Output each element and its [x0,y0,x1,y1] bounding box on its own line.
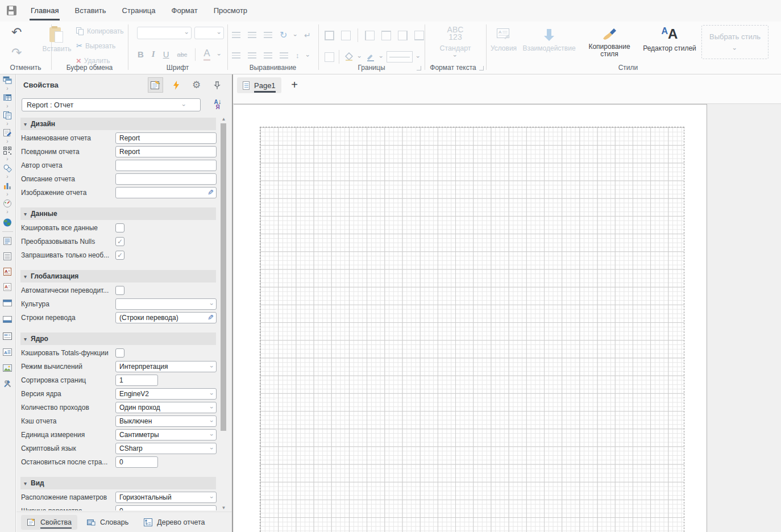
align-center-button[interactable] [248,52,256,59]
border-all-button[interactable] [325,31,334,40]
align-middle-button[interactable] [248,32,256,38]
align-justify-button[interactable] [280,52,288,59]
tab-preview[interactable]: Просмотр [206,0,255,22]
edit-pencil-icon[interactable]: ✎ [207,313,214,322]
word-wrap-icon[interactable]: ↵ [304,31,311,40]
pages-sort-input[interactable] [115,375,158,386]
scrollbar-thumb[interactable] [221,123,226,431]
properties-scrollbar[interactable]: ▲ ▼ [220,117,227,510]
align-right-button[interactable] [264,52,272,59]
align-top-button[interactable] [232,32,240,38]
save-button[interactable] [6,5,18,17]
toolbox-signatures[interactable] [0,127,15,139]
properties-view-button[interactable] [148,77,163,93]
chevron-expand-icon[interactable]: › [0,103,15,110]
chevron-expand-icon[interactable]: › [0,156,15,163]
report-alias-input[interactable] [115,146,217,157]
border-bottom-button[interactable] [414,31,424,40]
section-design[interactable]: ▾ Дизайн [20,118,216,130]
toolbox-components[interactable] [0,110,15,121]
toolbox-image[interactable] [0,362,15,373]
toolbox-page-footer-band[interactable] [0,314,15,325]
parameters-orientation-select[interactable]: Горизонтальный› [115,492,217,503]
chevron-expand-icon[interactable]: › [0,192,15,198]
script-language-select[interactable]: CSharp› [115,443,217,454]
toolbox-maps[interactable] [0,217,15,228]
sort-alphabetical-button[interactable]: А↓ Я [212,99,223,110]
report-unit-select[interactable]: Сантиметры› [115,429,217,440]
border-style-select[interactable] [387,51,413,63]
cache-all-data-checkbox[interactable] [115,223,124,232]
parameter-width-input[interactable] [115,505,217,510]
font-name-select[interactable]: › [137,27,192,39]
chevron-expand-icon[interactable]: › [0,174,15,180]
chevron-expand-icon[interactable]: › [0,139,15,145]
object-selector[interactable]: Report : Отчет › [22,98,201,111]
border-none-button[interactable] [341,31,351,40]
tab-page[interactable]: Страница [114,0,164,22]
toolbox-text[interactable] [0,235,15,247]
chevron-expand-icon[interactable]: › [0,121,15,127]
toolbox-rich-text-a[interactable]: A [0,266,15,277]
text-format-button[interactable]: ABC 123 Стандарт › [434,26,477,59]
convert-nulls-checkbox[interactable] [115,237,124,246]
pin-button[interactable] [209,77,225,93]
section-engine[interactable]: ▾ Ядро [20,332,216,345]
report-image-input[interactable] [115,187,217,198]
footer-tab-properties[interactable]: Свойства [21,515,77,530]
stop-after-page-input[interactable] [115,456,158,468]
tab-format[interactable]: Формат [164,0,206,22]
toolbox-page-header-band[interactable] [0,297,15,309]
border-left-button[interactable] [365,31,375,40]
border-outline-button[interactable] [325,52,334,62]
toolbox-text-annotation[interactable]: A [0,346,15,358]
italic-button[interactable]: I [152,49,155,59]
report-page[interactable] [234,104,707,532]
tab-home[interactable]: Главная [23,0,67,22]
section-globalization[interactable]: ▾ Глобализация [20,270,216,282]
paste-button[interactable]: Вставить [44,26,69,53]
report-name-input[interactable] [115,132,217,144]
toolbox-text-in-cells[interactable] [0,251,15,262]
report-author-input[interactable] [115,160,217,171]
number-of-passes-select[interactable]: Один проход› [115,402,217,413]
align-left-button[interactable] [232,52,240,59]
redo-button[interactable]: ↷ [11,45,22,60]
borders-dialog-launcher-icon[interactable] [417,66,421,70]
tab-insert[interactable]: Вставить [67,0,114,22]
textformat-dialog-launcher-icon[interactable] [479,66,484,70]
chevron-expand-icon[interactable]: › [0,86,15,92]
toolbox-tools[interactable] [0,378,15,389]
section-data[interactable]: ▾ Данные [20,207,216,220]
align-bottom-button[interactable] [264,32,272,38]
underline-button[interactable]: U [163,49,169,59]
edit-pencil-icon[interactable]: ✎ [207,188,214,197]
font-color-button[interactable]: A [203,48,210,61]
footer-tab-report-tree[interactable]: Дерево отчета [138,515,210,530]
toolbox-barcodes[interactable] [0,145,15,156]
copy-button[interactable]: Копировать [76,27,124,35]
font-size-select[interactable]: › [194,27,224,39]
toolbox-charts[interactable] [0,180,15,192]
scroll-up-icon[interactable]: ▲ [220,117,227,122]
toolbox-rich-text-b[interactable]: A [0,281,15,293]
auto-localize-checkbox[interactable] [115,286,124,295]
events-button[interactable] [168,77,184,93]
line-spacing-icon[interactable]: ↕ [296,51,300,60]
border-right-button[interactable] [398,31,408,40]
page-design-grid[interactable] [260,127,684,532]
globalization-strings-input[interactable] [115,312,217,323]
report-description-input[interactable] [115,173,217,185]
toolbox-shapes[interactable] [0,163,15,174]
culture-select[interactable]: › [115,298,217,310]
engine-version-select[interactable]: EngineV2› [115,388,217,400]
toolbox-cross-bands[interactable] [0,92,15,103]
add-page-button[interactable]: + [287,77,302,93]
border-color-icon[interactable] [365,52,376,62]
footer-tab-dictionary[interactable]: Словарь [81,515,134,530]
toolbox-bands[interactable] [0,74,15,86]
calculation-mode-select[interactable]: Интерпретация› [115,361,217,372]
report-cache-select[interactable]: Выключен› [115,415,217,427]
interaction-button[interactable]: Взаимодействие [521,27,578,52]
page-tab-page1[interactable]: Page1 [237,77,281,93]
